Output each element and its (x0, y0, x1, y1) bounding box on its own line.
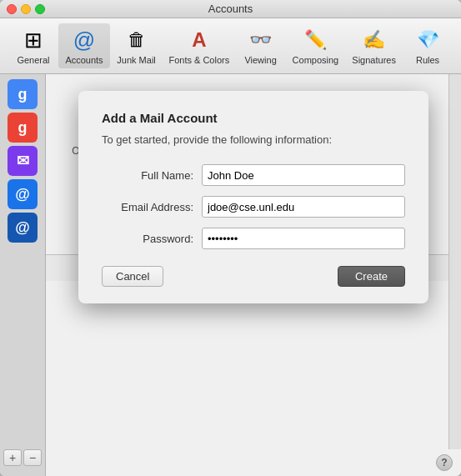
full-name-row: Full Name: (102, 164, 405, 186)
modal-title: Add a Mail Account (102, 111, 405, 125)
main-window: Accounts ⊞ General @ Accounts 🗑 Junk Mai… (0, 0, 461, 476)
right-panel: Outgoing Mail Server (SMTP): Gmail - cda… (46, 74, 461, 476)
email-label: Email Address: (102, 201, 202, 213)
help-button[interactable]: ? (436, 454, 453, 471)
toolbar-composing-label: Composing (293, 55, 339, 65)
add-account-button[interactable]: + (3, 449, 22, 466)
toolbar-rules-label: Rules (416, 55, 439, 65)
toolbar: ⊞ General @ Accounts 🗑 Junk Mail A Fonts… (0, 18, 461, 74)
password-label: Password: (102, 233, 202, 245)
minimize-button[interactable] (21, 4, 31, 14)
toolbar-fonts-colors-label: Fonts & Colors (168, 55, 229, 65)
close-button[interactable] (7, 4, 17, 14)
create-button[interactable]: Create (338, 266, 405, 287)
full-name-label: Full Name: (102, 169, 202, 182)
toolbar-signatures-label: Signatures (352, 55, 396, 65)
rules-icon: 💎 (414, 27, 441, 53)
sidebar: g g ✉ @ @ + − (0, 74, 46, 476)
toolbar-viewing[interactable]: 👓 Viewing (236, 23, 286, 68)
full-name-input[interactable] (202, 164, 405, 186)
fonts-colors-icon: A (186, 27, 213, 53)
toolbar-junk-mail[interactable]: 🗑 Junk Mail (110, 23, 163, 68)
signatures-icon: ✍️ (361, 27, 388, 53)
email-row: Email Address: (102, 196, 405, 218)
traffic-lights (7, 4, 45, 14)
sidebar-account-at1[interactable]: @ (8, 179, 38, 209)
email-input[interactable] (202, 196, 405, 218)
toolbar-general[interactable]: ⊞ General (8, 23, 58, 68)
modal-buttons: Cancel Create (102, 266, 405, 287)
maximize-button[interactable] (35, 4, 45, 14)
sidebar-bottom: + − (0, 444, 45, 471)
remove-account-button[interactable]: − (23, 449, 42, 466)
sidebar-account-mail[interactable]: ✉ (8, 146, 38, 176)
sidebar-account-at2[interactable]: @ (8, 213, 38, 243)
cancel-button[interactable]: Cancel (102, 266, 163, 287)
toolbar-signatures[interactable]: ✍️ Signatures (345, 23, 403, 68)
toolbar-rules[interactable]: 💎 Rules (403, 23, 453, 68)
password-row: Password: (102, 228, 405, 249)
modal-overlay: Add a Mail Account To get started, provi… (46, 74, 461, 476)
modal-subtitle: To get started, provide the following in… (102, 133, 405, 146)
toolbar-accounts-label: Accounts (65, 55, 103, 65)
toolbar-general-label: General (17, 55, 49, 65)
window-title: Accounts (208, 3, 253, 15)
sidebar-account-g1[interactable]: g (8, 79, 38, 109)
viewing-icon: 👓 (248, 27, 274, 53)
add-mail-account-modal: Add a Mail Account To get started, provi… (78, 91, 428, 303)
password-input[interactable] (202, 228, 405, 249)
main-content: g g ✉ @ @ + − Outgoing Mail Server (SMTP… (0, 74, 461, 476)
junk-mail-icon: 🗑 (123, 27, 150, 53)
toolbar-composing[interactable]: ✏️ Composing (286, 23, 346, 68)
composing-icon: ✏️ (302, 27, 328, 53)
accounts-icon: @ (71, 27, 98, 53)
toolbar-junk-mail-label: Junk Mail (117, 55, 155, 65)
general-icon: ⊞ (20, 27, 47, 53)
title-bar: Accounts (0, 0, 461, 18)
toolbar-accounts[interactable]: @ Accounts (58, 23, 110, 68)
toolbar-fonts-colors[interactable]: A Fonts & Colors (163, 23, 236, 68)
toolbar-viewing-label: Viewing (244, 55, 276, 65)
sidebar-account-g2[interactable]: g (8, 113, 38, 143)
